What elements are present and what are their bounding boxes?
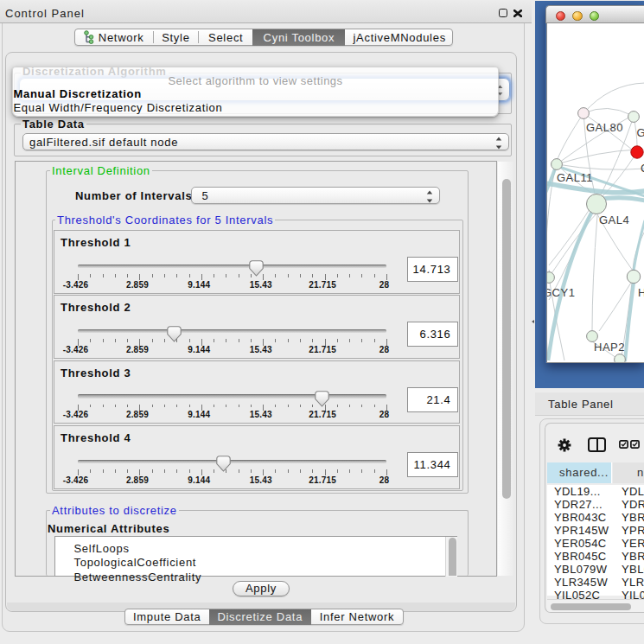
svg-text:GA: GA bbox=[637, 126, 644, 139]
svg-text:GAL11: GAL11 bbox=[557, 171, 593, 184]
svg-text:GAL4: GAL4 bbox=[599, 214, 629, 226]
svg-text:HAP2: HAP2 bbox=[594, 341, 625, 354]
svg-text:GCY1: GCY1 bbox=[547, 286, 575, 299]
svg-text:GAL80: GAL80 bbox=[586, 121, 623, 134]
svg-text:H: H bbox=[638, 286, 644, 299]
svg-text:C: C bbox=[641, 162, 644, 175]
